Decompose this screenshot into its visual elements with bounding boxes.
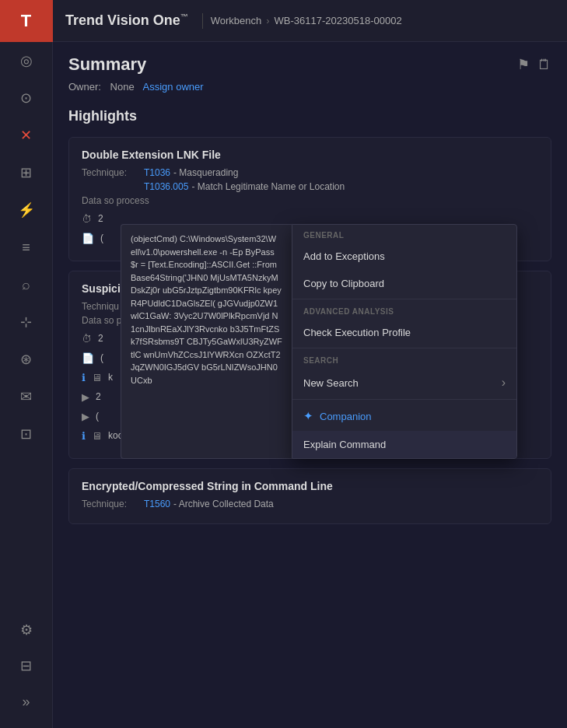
owner-label: Owner: bbox=[68, 81, 101, 93]
summary-action-icons: ⚑ 🗒 bbox=[517, 56, 551, 73]
add-exceptions-item[interactable]: Add to Exceptions bbox=[292, 243, 516, 270]
technique-name-enc: - Archive Collected Data bbox=[173, 499, 274, 509]
menu-divider-3 bbox=[292, 399, 516, 400]
sidebar-item-expand[interactable]: » bbox=[9, 684, 44, 719]
search-icon: ⌕ bbox=[22, 277, 30, 293]
technique-row-enc: Technique: T1560 - Archive Collected Dat… bbox=[82, 499, 538, 509]
owner-row: Owner: None Assign owner bbox=[68, 81, 551, 93]
add-exceptions-label: Add to Exceptions bbox=[303, 250, 385, 262]
clock-icon-2: ⏱ bbox=[82, 333, 92, 345]
sidebar-item-settings[interactable]: ⚙ bbox=[9, 613, 44, 647]
intelligence-icon: ⊞ bbox=[20, 164, 32, 181]
shield-icon: ⊛ bbox=[20, 351, 32, 368]
sidebar-item-alerts[interactable]: ⚡ bbox=[9, 193, 44, 227]
sidebar-item-list[interactable]: ≡ bbox=[9, 230, 44, 264]
technique-value-1[interactable]: T1036 bbox=[144, 167, 170, 178]
breadcrumb-case-id: WB-36117-20230518-00002 bbox=[275, 15, 402, 26]
brand-name: Trend Vision One™ bbox=[65, 12, 188, 29]
command-preview-text: (objectCmd) C:\Windows\System32\W ell\v1… bbox=[131, 234, 282, 385]
clock-icon-1: ⏱ bbox=[82, 213, 92, 225]
breadcrumb-chevron: › bbox=[266, 15, 269, 26]
event-text-1: 2 bbox=[98, 213, 103, 224]
companion-label: Companion bbox=[320, 411, 372, 422]
sidebar: T ◎ ⊙ ✕ ⊞ ⚡ ≡ ⌕ ⊹ ⊛ ✉ ⊡ ⚙ ⊟ » bbox=[0, 0, 53, 728]
command-preview: (objectCmd) C:\Windows\System32\W ell\v1… bbox=[121, 224, 292, 459]
explain-command-item[interactable]: Explain Command bbox=[292, 431, 516, 458]
companion-icon: ✦ bbox=[303, 409, 313, 423]
data-source-row: Data so process bbox=[82, 195, 538, 206]
sidebar-item-shield[interactable]: ⊛ bbox=[9, 342, 44, 376]
app-logo[interactable]: T bbox=[0, 0, 53, 42]
file-icon-2: 📄 bbox=[82, 352, 94, 364]
technique-name-1: - Masquerading bbox=[173, 167, 238, 178]
sidebar-item-mail[interactable]: ✉ bbox=[9, 380, 44, 414]
flag-icon[interactable]: ⚑ bbox=[517, 56, 530, 73]
network-icon: ⊹ bbox=[20, 313, 32, 331]
technique-value-2[interactable]: T1036.005 bbox=[144, 181, 188, 192]
topbar-divider bbox=[202, 13, 203, 29]
technique-label-enc: Technique: bbox=[82, 499, 144, 509]
map-icon: ◎ bbox=[20, 52, 33, 69]
owner-value: None bbox=[110, 81, 135, 93]
event-text-2: ( bbox=[100, 233, 103, 243]
finding-card-encrypted: Encrypted/Compressed String in Command L… bbox=[68, 468, 551, 524]
monitor-icon-1: 🖥 bbox=[92, 372, 102, 383]
context-menu-container: (objectCmd) C:\Windows\System32\W ell\v1… bbox=[121, 224, 517, 459]
add-icon: ⊟ bbox=[20, 657, 32, 674]
sidebar-item-map[interactable]: ◎ bbox=[9, 44, 44, 78]
event-cmd1-text: 2 bbox=[96, 391, 101, 402]
lightning-icon: ⚡ bbox=[18, 201, 35, 219]
menu-divider-2 bbox=[292, 348, 516, 348]
explain-command-label: Explain Command bbox=[303, 439, 386, 450]
technique-label: Technique: bbox=[82, 167, 144, 178]
sidebar-item-dashboard[interactable]: ⊙ bbox=[9, 81, 44, 115]
copy-clipboard-item[interactable]: Copy to Clipboard bbox=[292, 270, 516, 297]
monitor-icon-2: 🖥 bbox=[92, 430, 102, 442]
info-icon-1: ℹ bbox=[82, 372, 86, 383]
search-section-label: SEARCH bbox=[292, 350, 516, 368]
menu-divider-1 bbox=[292, 299, 516, 299]
companion-item[interactable]: ✦ Companion bbox=[292, 401, 516, 431]
summary-title: Summary bbox=[68, 54, 146, 75]
xdr-icon: ✕ bbox=[20, 127, 32, 144]
sidebar-item-add[interactable]: ⊟ bbox=[9, 649, 44, 683]
breadcrumb-workbench[interactable]: Workbench bbox=[211, 15, 262, 26]
new-search-item[interactable]: New Search bbox=[292, 368, 516, 397]
sidebar-item-intelligence[interactable]: ⊞ bbox=[9, 156, 44, 190]
sidebar-item-network[interactable]: ⊹ bbox=[9, 305, 44, 339]
assign-owner-link[interactable]: Assign owner bbox=[143, 81, 204, 93]
sidebar-item-xdr[interactable]: ✕ bbox=[9, 118, 44, 152]
technique-name-2: - Match Legitimate Name or Location bbox=[191, 181, 345, 192]
general-section-label: GENERAL bbox=[292, 225, 516, 243]
sidebar-item-search[interactable]: ⌕ bbox=[9, 268, 44, 302]
check-execution-item[interactable]: Check Execution Profile bbox=[292, 319, 516, 346]
copy-clipboard-label: Copy to Clipboard bbox=[303, 278, 384, 289]
file-icon-1: 📄 bbox=[82, 233, 94, 244]
settings-icon: ⚙ bbox=[20, 621, 33, 639]
breadcrumb: Workbench › WB-36117-20230518-00002 bbox=[211, 15, 402, 26]
technique-value-enc[interactable]: T1560 bbox=[144, 499, 170, 509]
expand-icon: » bbox=[22, 694, 30, 710]
sidebar-item-puzzle[interactable]: ⊡ bbox=[9, 417, 44, 451]
finding-title-lnk: Double Extension LNK File bbox=[82, 149, 538, 161]
context-menu: GENERAL Add to Exceptions Copy to Clipbo… bbox=[292, 224, 517, 459]
event-cmd2-text: ( bbox=[96, 411, 99, 422]
logo-icon: T bbox=[21, 11, 31, 31]
technique-row-2: T1036.005 - Match Legitimate Name or Loc… bbox=[82, 181, 538, 192]
cmd-icon-1: ▶ bbox=[82, 391, 89, 403]
topbar: Trend Vision One™ Workbench › WB-36117-2… bbox=[53, 0, 567, 42]
finding-title-encrypted: Encrypted/Compressed String in Command L… bbox=[82, 480, 538, 492]
technique-row-1: Technique: T1036 - Masquerading bbox=[82, 167, 538, 178]
highlights-title: Highlights bbox=[68, 108, 551, 124]
info-icon-2: ℹ bbox=[82, 430, 86, 442]
puzzle-icon: ⊡ bbox=[20, 425, 32, 443]
check-execution-label: Check Execution Profile bbox=[303, 327, 411, 338]
notes-icon[interactable]: 🗒 bbox=[537, 57, 551, 73]
advanced-section-label: ADVANCED ANALYSIS bbox=[292, 301, 516, 319]
mail-icon: ✉ bbox=[20, 388, 32, 405]
list-icon: ≡ bbox=[22, 240, 30, 256]
new-search-label: New Search bbox=[303, 377, 359, 389]
summary-header: Summary ⚑ 🗒 bbox=[68, 54, 551, 75]
cmd-icon-2: ▶ bbox=[82, 411, 89, 422]
dashboard-icon: ⊙ bbox=[20, 89, 32, 107]
